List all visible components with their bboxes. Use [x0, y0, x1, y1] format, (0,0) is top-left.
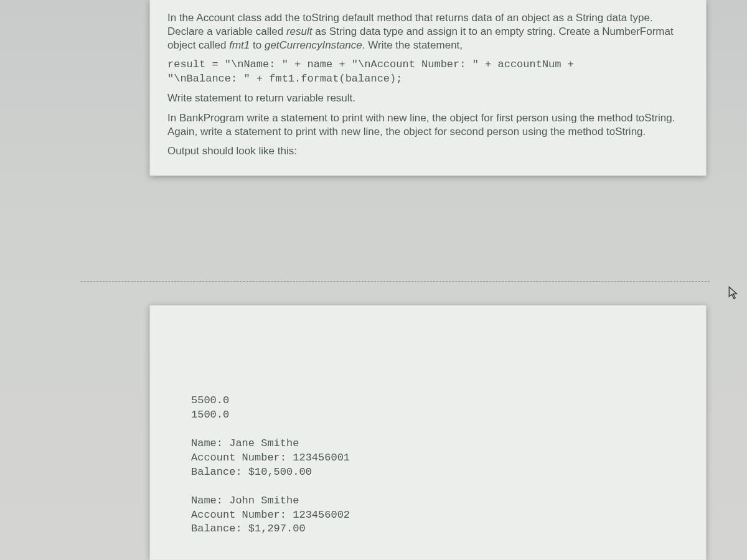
cursor-icon: [728, 286, 740, 300]
method-getcurrencyinstance: getCurrencyInstance: [265, 39, 362, 51]
code-line-2: "\nBalance: " + fmt1.format(balance);: [167, 72, 688, 86]
program-output: 5500.0 1500.0 Name: Jane Smithe Account …: [191, 394, 688, 536]
code-statement: result = "\nName: " + name + "\nAccount …: [167, 58, 688, 86]
output-panel: 5500.0 1500.0 Name: Jane Smithe Account …: [149, 305, 707, 560]
instruction-paragraph-4: Output should look like this:: [167, 144, 688, 158]
instruction-paragraph-1: In the Account class add the toString de…: [167, 11, 688, 52]
instruction-paragraph-2: Write statement to return variable resul…: [167, 91, 688, 105]
var-fmt1: fmt1: [229, 39, 250, 51]
instructions-panel: In the Account class add the toString de…: [149, 0, 707, 176]
page-root: In the Account class add the toString de…: [0, 0, 747, 560]
section-divider: [81, 281, 710, 282]
text: . Write the statement,: [362, 39, 463, 51]
code-line-1: result = "\nName: " + name + "\nAccount …: [167, 58, 688, 72]
instruction-paragraph-3: In BankProgram write a statement to prin…: [167, 111, 688, 139]
text: to: [250, 39, 265, 51]
var-result: result: [286, 26, 312, 37]
